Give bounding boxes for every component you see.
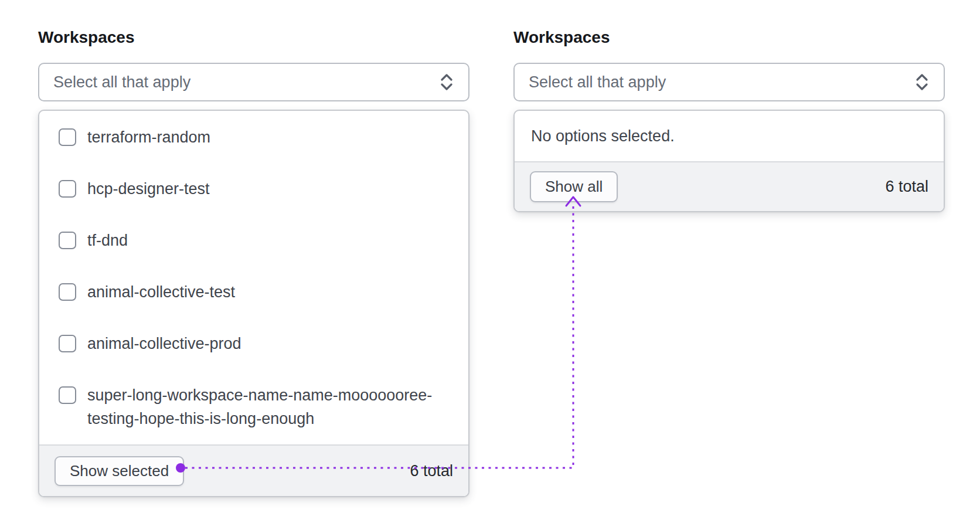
workspaces-multiselect-empty: Workspaces Select all that apply No opti… xyxy=(513,28,945,212)
option-label: super-long-workspace-name-name-moooooore… xyxy=(87,383,439,430)
options-panel: No options selected. Show all 6 total xyxy=(513,110,945,212)
option-row[interactable]: animal-collective-test xyxy=(39,266,468,318)
option-label: tf-dnd xyxy=(87,229,128,252)
select-placeholder: Select all that apply xyxy=(529,73,666,91)
option-row[interactable]: super-long-workspace-name-name-moooooore… xyxy=(39,369,468,444)
option-label: animal-collective-test xyxy=(87,280,235,304)
option-label: terraform-random xyxy=(87,125,210,149)
checkbox-unchecked[interactable] xyxy=(59,180,76,198)
chevron-up-down-icon xyxy=(438,72,455,92)
panel-footer: Show all 6 total xyxy=(515,161,944,211)
option-list: terraform-random hcp-designer-test tf-dn… xyxy=(39,111,468,444)
show-all-button[interactable]: Show all xyxy=(530,171,618,202)
checkbox-unchecked[interactable] xyxy=(59,232,76,249)
empty-state-message: No options selected. xyxy=(515,111,944,161)
select-toggle[interactable]: Select all that apply xyxy=(513,63,945,101)
show-selected-button[interactable]: Show selected xyxy=(55,456,184,486)
option-label: hcp-designer-test xyxy=(87,177,210,201)
chevron-up-down-icon xyxy=(913,72,931,92)
panel-footer: Show selected 6 total xyxy=(39,444,468,496)
options-panel: terraform-random hcp-designer-test tf-dn… xyxy=(38,110,469,497)
option-row[interactable]: hcp-designer-test xyxy=(39,163,468,215)
field-label: Workspaces xyxy=(38,28,469,47)
checkbox-unchecked[interactable] xyxy=(59,283,76,301)
checkbox-unchecked[interactable] xyxy=(59,335,76,352)
total-count: 6 total xyxy=(885,178,928,196)
option-row[interactable]: tf-dnd xyxy=(39,215,468,266)
select-toggle[interactable]: Select all that apply xyxy=(38,63,469,101)
total-count: 6 total xyxy=(410,462,453,480)
select-placeholder: Select all that apply xyxy=(53,73,190,91)
workspaces-multiselect-open: Workspaces Select all that apply terrafo… xyxy=(38,28,469,497)
checkbox-unchecked[interactable] xyxy=(59,128,76,146)
option-row[interactable]: animal-collective-prod xyxy=(39,318,468,369)
field-label: Workspaces xyxy=(513,28,945,47)
option-row[interactable]: terraform-random xyxy=(39,111,468,163)
option-label: animal-collective-prod xyxy=(87,332,241,355)
checkbox-unchecked[interactable] xyxy=(59,386,76,404)
